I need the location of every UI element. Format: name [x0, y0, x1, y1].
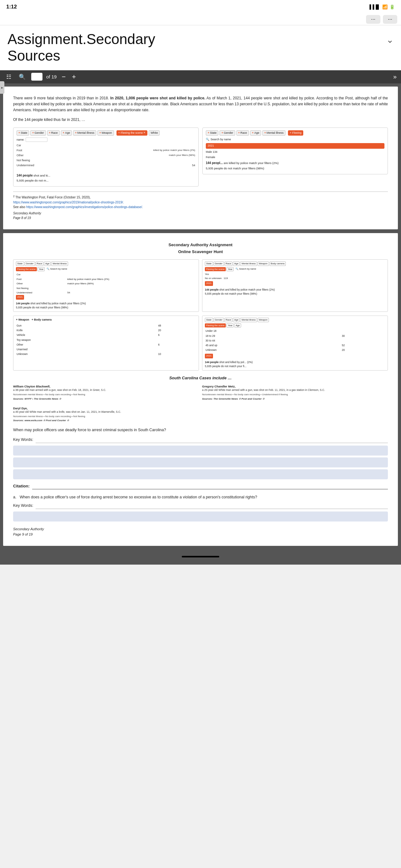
dye-source: Sources: www.wsfa.com ☆ Post and Courier… — [13, 419, 199, 422]
filter-box-left: + State + Gender + Race + Age + Mental i… — [13, 127, 199, 187]
answer-block-1a[interactable] — [13, 445, 388, 456]
key-words-line-a[interactable] — [36, 503, 388, 509]
search-icon-mini: 🔍 Search by name — [46, 267, 67, 272]
footnote-link-2[interactable]: https://www.washingtonpost.com/graphics/… — [26, 205, 143, 209]
metz-source: Sources: The Greenville News ☆ Post and … — [202, 397, 388, 401]
page-title-line1: Assignment.Secondary — [7, 31, 155, 48]
blackwell-bullets: No/unknown mental illness • No body cam … — [13, 393, 199, 396]
sc-case-metz: Gregory Chandler Metz, a 25-year-old Whi… — [202, 384, 388, 401]
mini-filter-row-middle-2: Fleeing the scene Year 🔍 Search by name — [205, 267, 385, 272]
sidebar-toggle-button[interactable]: ☷ — [4, 73, 13, 81]
dropdown-foot: Footkilled by police match your filters … — [16, 148, 195, 153]
pdf-navigate-forward-button[interactable]: » — [393, 73, 397, 80]
key-words-label-1: Key Words: — [13, 437, 33, 443]
age-tag: + Age — [61, 130, 72, 136]
search-pdf-button[interactable]: 🔍 — [17, 73, 28, 81]
answer-block-a1[interactable] — [13, 512, 388, 522]
sub-question-a: a. When does a police officer's use of f… — [13, 494, 388, 500]
metz-desc: a 25-year-old White man armed with a gun… — [202, 389, 388, 392]
year-2021-mini-middle: 2021 — [205, 281, 213, 286]
footnote-link-1[interactable]: https://www.washingtonpost.com/graphics/… — [13, 200, 124, 204]
mini-filter-row-left-2: Fleeing the scene Year 🔍 Search by name — [16, 267, 196, 272]
sc-cases-grid: William Clayton Blackwell, a 38-year-old… — [13, 384, 388, 422]
bottom-bar — [0, 549, 401, 565]
weapon-table: Gun48 Knife20 Vehicle6 Toy weapon Other6… — [16, 323, 196, 356]
race-tag: + Race — [47, 130, 60, 136]
answer-block-1c[interactable] — [13, 469, 388, 479]
search-by-name-label: Search by name — [210, 137, 231, 142]
mental-illness-tag: + Mental illness — [73, 130, 96, 136]
home-indicator[interactable] — [182, 556, 219, 557]
status-icons: ▐▐▐▌ 📶 🔋 — [368, 4, 395, 9]
citation-label: Citation: — [13, 483, 30, 489]
action-btn-1[interactable]: ⋯ — [366, 15, 380, 24]
citation-line[interactable] — [32, 483, 388, 489]
mini-filter-row-middle: State Gender Race Age Mental illness Wea… — [205, 261, 385, 266]
stat-left-2: 5,935 people do not m... — [16, 178, 195, 183]
dropdown-not-fleeing: Not fleeing — [16, 158, 195, 163]
side-tab[interactable]: ► — [0, 81, 4, 94]
dye-bullets: No/unknown mental illness • No body cam … — [13, 415, 199, 418]
mini-stat-right: 144 people shot and killed by pol... (2%… — [205, 360, 385, 368]
citation-row: Citation: — [13, 483, 388, 489]
filter-tags-right: + State + Gender + Race + Age + Mental i… — [206, 130, 385, 136]
filter-tags-left: + State + Gender + Race + Age + Mental i… — [16, 130, 195, 136]
fleeing-scene-mini-tag: Fleeing the scene — [16, 267, 37, 272]
page9-footer: Secondary Authority Page 9 of 19 — [13, 526, 388, 537]
page9-subtitle: Online Scavenger Hunt — [13, 249, 388, 255]
race-tag-r: + Race — [236, 130, 249, 136]
mini-stat-left: 144 people shot and killed by police mat… — [16, 302, 196, 310]
sc-case-dye: Daryl Dye, a 45-year-old White man armed… — [13, 406, 199, 423]
dropdown-car: Car — [16, 143, 195, 148]
search-by-name-row: 🔍 Search by name — [206, 137, 385, 142]
status-bar: 1:12 ▐▐▐▌ 📶 🔋 — [0, 0, 401, 14]
blackwell-desc: a 38-year-old man armed with a gun, was … — [13, 389, 199, 392]
dye-desc: a 45-year-old White man armed with a kni… — [13, 410, 199, 414]
pdf-document: There were 9 more fatal shootings in 201… — [0, 84, 401, 549]
chevron-down-icon[interactable]: ⌄ — [386, 35, 394, 45]
zoom-in-button[interactable]: + — [71, 73, 77, 81]
key-words-line-1[interactable] — [36, 437, 388, 443]
key-words-row-1: Key Words: — [13, 437, 388, 443]
answer-block-1b[interactable] — [13, 458, 388, 467]
pdf-page-8: There were 9 more fatal shootings in 201… — [3, 87, 398, 229]
key-words-row-a: Key Words: — [13, 503, 388, 509]
secondary-authority-label-p8: Secondary Authority Page 8 of 19 — [13, 211, 388, 221]
question1-text: When may police officers use deadly forc… — [13, 427, 388, 433]
metz-name: Gregory Chandler Metz, — [202, 384, 388, 389]
action-btn-2[interactable]: ⋯ — [383, 15, 397, 24]
metz-bullets: No/unknown mental illness • No body cam … — [202, 393, 388, 396]
zoom-out-button[interactable]: − — [60, 73, 67, 81]
stat-right-2: 5,935 people do not match your filters (… — [206, 166, 385, 171]
year-2021-mini: 2021 — [16, 295, 24, 299]
page-title-line2: Sources — [7, 48, 155, 64]
state-tag: + State — [16, 130, 29, 136]
weapon-box-title: + Weapon + Body camera — [16, 318, 196, 322]
fleeing-tag-r: + Fleeing — [288, 130, 303, 136]
year-2021-badge: 2021 — [206, 143, 385, 149]
screenshot-mini-left: State Gender Race Age Mental illness Fle… — [13, 259, 199, 312]
dropdown-table-left: Car Footkilled by police match your filt… — [16, 273, 196, 295]
mini-filter-row-right-2: Fleeing the scene Year Age — [205, 323, 385, 328]
name-filter-input[interactable] — [26, 137, 47, 142]
weapon-box: + Weapon + Body camera Gun48 Knife20 Veh… — [13, 316, 199, 371]
mini-stat-middle: 144 people shot and killed by police mat… — [205, 288, 385, 296]
stat-right-1: 144 peopl... are killed by police match … — [206, 161, 385, 165]
screenshot-mini-right: State Gender Race Age Mental illness Wea… — [202, 316, 388, 371]
age-table: Under 18 18 to 2930 30 to 44 45 and up52… — [205, 329, 385, 352]
mini-filter-row-right: State Gender Race Age Mental illness Wea… — [205, 318, 385, 322]
page9-title: Secondary Authority Assignment — [13, 242, 388, 248]
stat-left-1: 144 people shot and ki... — [16, 173, 195, 178]
footer-page-label: Page 9 of 19 — [13, 532, 388, 537]
side-tab-arrow-icon: ► — [1, 86, 4, 89]
page-header: Assignment.Secondary Sources ⌄ — [0, 25, 401, 70]
key-words-label-a: Key Words: — [13, 503, 33, 509]
page-number-input[interactable]: 9 — [31, 73, 42, 81]
state-tag-r: + State — [206, 130, 218, 136]
weapon-tag: + Weapon — [97, 130, 114, 136]
question-section-1: When may police officers use deadly forc… — [13, 427, 388, 489]
mental-illness-tag-r: + Mental illness — [262, 130, 286, 136]
south-carolina-section: South Carolina Cases include … William C… — [13, 375, 388, 422]
screenshots-row-1: State Gender Race Age Mental illness Fle… — [13, 259, 388, 312]
screenshot-mini-middle: State Gender Race Age Mental illness Wea… — [202, 259, 388, 312]
